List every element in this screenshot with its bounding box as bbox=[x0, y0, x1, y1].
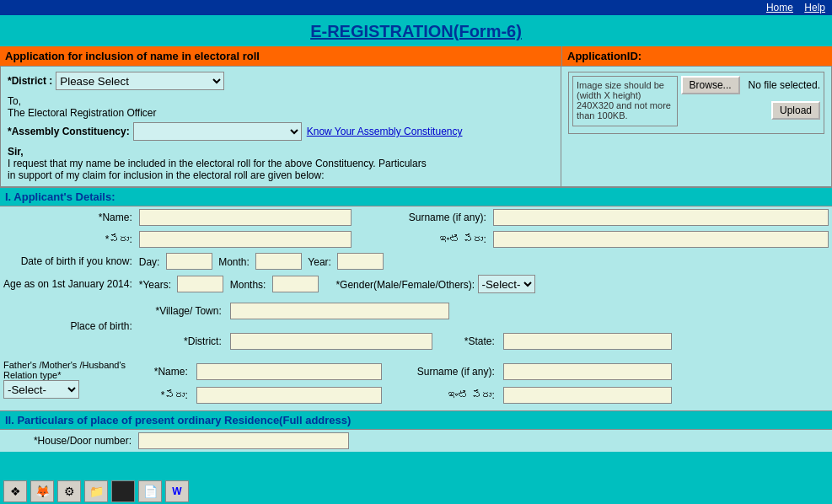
gender-select[interactable]: -Select- Male Female Others bbox=[478, 275, 535, 293]
app-header: Application for inclusion of name in ele… bbox=[0, 46, 832, 66]
rel-name-input-cell bbox=[193, 361, 395, 383]
rel-telugu-surname-label: ఇంటి పేరు: bbox=[397, 384, 498, 406]
rel-telugu-surname-input[interactable] bbox=[503, 387, 672, 404]
taskbar: ❖ 🦊 ⚙ 📁 📄 W bbox=[0, 479, 832, 504]
dob-row: Date of birth if you know: Day: Month: Y… bbox=[0, 250, 832, 272]
dob-fields-cell: Day: Month: Year: bbox=[136, 250, 832, 272]
place-birth-label: Place of birth: bbox=[0, 296, 136, 357]
village-cell: *Village/ Town: bbox=[136, 296, 832, 326]
relation-section: Father's /Mother's /Husband's Relation t… bbox=[0, 357, 136, 410]
rel-telugu-row: *పేరు: ఇంటి పేరు: bbox=[141, 384, 827, 406]
section1-header: I. Applicant's Details: bbox=[0, 187, 832, 206]
rel-name-row: *Name: Surname (if any): bbox=[141, 361, 827, 383]
taskbar-btn-gear[interactable]: ⚙ bbox=[57, 480, 81, 502]
browse-row: Browse... No file selected. bbox=[681, 76, 820, 94]
state-input-cell bbox=[500, 330, 827, 352]
taskbar-btn-folder[interactable]: 📁 bbox=[84, 480, 108, 502]
village-row-inner: *Village/ Town: bbox=[139, 298, 829, 324]
taskbar-btn-document[interactable]: 📄 bbox=[138, 480, 162, 502]
place-birth-row: Place of birth: *Village/ Town: bbox=[0, 296, 832, 326]
taskbar-btn-firefox[interactable]: 🦊 bbox=[30, 480, 54, 502]
app-header-right-label: ApplicationID: bbox=[562, 46, 832, 66]
month-label: Month: bbox=[218, 256, 250, 268]
sir-line3: in support of my claim for inclusion in … bbox=[8, 169, 554, 181]
to-line2: The Electoral Registration Officer bbox=[8, 107, 554, 119]
house-input-cell bbox=[135, 430, 832, 452]
app-header-left-label: Application for inclusion of name in ele… bbox=[0, 46, 562, 66]
telugu-surname-input[interactable] bbox=[493, 231, 829, 248]
months-input[interactable] bbox=[272, 276, 319, 292]
rel-telugu-surname-input-cell bbox=[500, 384, 827, 406]
house-label: *House/Door number: bbox=[0, 430, 135, 452]
know-assembly-link[interactable]: Know Your Assembly Constituency bbox=[307, 126, 463, 137]
telugu-name-input[interactable] bbox=[139, 231, 352, 248]
rel-surname-input-cell bbox=[500, 361, 827, 383]
rel-name-input[interactable] bbox=[196, 363, 382, 380]
browse-button[interactable]: Browse... bbox=[681, 76, 740, 94]
surname-label: Surname (if any): bbox=[372, 206, 490, 228]
page-title: E-REGISTRATION(Form-6) bbox=[0, 15, 832, 46]
district-select[interactable]: Please Select bbox=[56, 72, 224, 90]
rel-telugu-name-input[interactable] bbox=[196, 387, 382, 404]
rel-telugu-name-label: *పేరు: bbox=[141, 384, 191, 406]
gender-label: *Gender(Male/Female/Others): bbox=[335, 279, 475, 291]
age-fields-cell: *Years: Months: *Gender(Male/Female/Othe… bbox=[136, 272, 832, 296]
age-row: Age as on 1st January 2014: *Years: Mont… bbox=[0, 272, 832, 296]
top-bar: Home Help bbox=[0, 0, 832, 15]
sir-line2: I request that my name be included in th… bbox=[8, 158, 554, 169]
birth-district-label: *District: bbox=[141, 330, 225, 352]
rel-surname-input[interactable] bbox=[503, 363, 672, 380]
sir-section: Sir, I request that my name be included … bbox=[8, 146, 554, 181]
form-body: *District : Please Select To, The Electo… bbox=[0, 66, 832, 187]
day-label: Day: bbox=[139, 256, 160, 268]
relation-label: Father's /Mother's /Husband's Relation t… bbox=[3, 360, 132, 380]
dob-label: Date of birth if you know: bbox=[0, 250, 136, 272]
upload-button[interactable]: Upload bbox=[771, 101, 820, 120]
relation-select[interactable]: -Select- Father Mother Husband bbox=[3, 380, 79, 399]
day-input[interactable] bbox=[166, 253, 212, 270]
state-label: *State: bbox=[448, 330, 498, 352]
taskbar-btn-black[interactable] bbox=[111, 480, 135, 502]
state-input[interactable] bbox=[503, 333, 672, 350]
telugu-name-input-cell bbox=[136, 228, 355, 250]
rel-surname-label: Surname (if any): bbox=[397, 361, 498, 383]
sir-line1: Sir, bbox=[8, 146, 554, 158]
district-label: *District : bbox=[8, 75, 52, 87]
image-upload-section: Image size should be (width X height) 24… bbox=[568, 72, 824, 134]
village-label: *Village/ Town: bbox=[141, 300, 225, 322]
assembly-label: *Assembly Constituency: bbox=[8, 126, 130, 137]
village-input[interactable] bbox=[230, 303, 449, 319]
months-label: Months: bbox=[230, 279, 266, 291]
help-link[interactable]: Help bbox=[804, 2, 825, 13]
rel-telugu-name-input-cell bbox=[193, 384, 395, 406]
taskbar-btn-word[interactable]: W bbox=[165, 480, 189, 502]
assembly-row: *Assembly Constituency: Know Your Assemb… bbox=[8, 122, 554, 141]
name-input-cell bbox=[136, 206, 355, 228]
name-row: *Name: Surname (if any): bbox=[0, 206, 832, 228]
rel-name-label: *Name: bbox=[141, 361, 191, 383]
to-section: To, The Electoral Registration Officer bbox=[8, 95, 554, 119]
home-link[interactable]: Home bbox=[766, 2, 793, 13]
relation-row: Father's /Mother's /Husband's Relation t… bbox=[0, 357, 832, 410]
years-label: *Years: bbox=[139, 279, 171, 291]
image-info-text: Image size should be (width X height) 24… bbox=[572, 76, 678, 126]
relation-details-cell: *Name: Surname (if any): *పేరు: bbox=[136, 357, 832, 410]
name-input[interactable] bbox=[139, 209, 352, 226]
district-state-inner: *District: *State: bbox=[139, 329, 829, 354]
district-state-cell: *District: *State: bbox=[136, 326, 832, 357]
section2-header: II. Particulars of place of present ordi… bbox=[0, 410, 832, 430]
address-table: *House/Door number: bbox=[0, 430, 832, 452]
form-left-panel: *District : Please Select To, The Electo… bbox=[1, 67, 561, 186]
taskbar-btn-start[interactable]: ❖ bbox=[3, 480, 27, 502]
surname-input[interactable] bbox=[493, 209, 829, 226]
month-input[interactable] bbox=[255, 253, 302, 270]
birth-district-input[interactable] bbox=[230, 333, 432, 350]
house-input[interactable] bbox=[138, 432, 349, 449]
assembly-select[interactable] bbox=[133, 122, 302, 141]
name-label: *Name: bbox=[0, 206, 136, 228]
telugu-surname-label: ఇంటి పేరు: bbox=[372, 228, 490, 250]
telugu-name-row: *పేరు: ఇంటి పేరు: bbox=[0, 228, 832, 250]
surname-input-cell bbox=[490, 206, 832, 228]
years-input[interactable] bbox=[177, 276, 223, 292]
year-input[interactable] bbox=[337, 253, 384, 270]
